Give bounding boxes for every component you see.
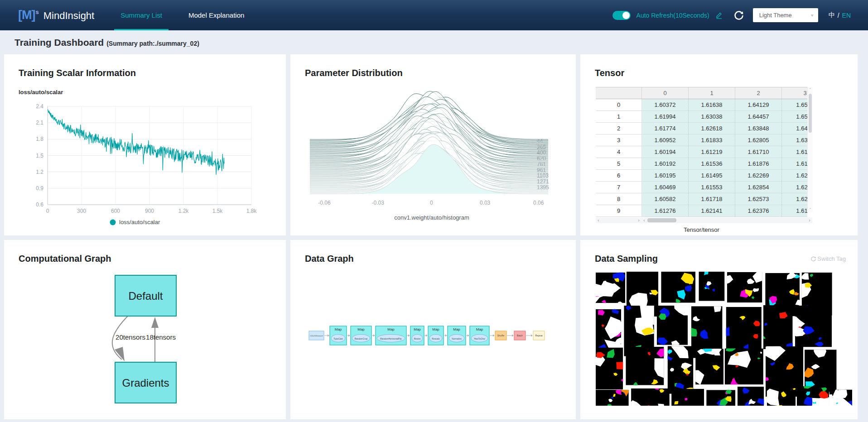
tab-model-explanation[interactable]: Model Explanation: [184, 0, 249, 30]
panel-parameter-distribution: Parameter Distribution 44265400620761961…: [290, 54, 576, 235]
tensor-cell: 1.61536: [689, 158, 735, 170]
svg-text:Map: Map: [414, 327, 421, 331]
svg-text:1.2k: 1.2k: [178, 208, 189, 214]
summary-path: (Summary path:./summary_02): [106, 40, 199, 47]
toggle-knob: [622, 12, 630, 19]
panel-title-tensor: Tensor: [595, 68, 624, 78]
tensor-cell: 1.60192: [642, 158, 689, 170]
dashboard-grid: Training Scalar Information loss/auto/sc…: [0, 54, 868, 419]
tensor-row: 21.617741.626181.638481.6492: [596, 123, 807, 134]
tensor-cell: 1.61276: [642, 205, 689, 217]
rowlabel-hscrollbar[interactable]: ‹›: [596, 217, 641, 223]
sampled-images-grid[interactable]: [596, 272, 852, 406]
theme-select-value: Light Theme: [759, 12, 811, 19]
scroll-left-icon[interactable]: ‹: [596, 218, 601, 223]
svg-text:Rescale: Rescale: [432, 338, 440, 340]
scroll-down-icon[interactable]: ˇ: [810, 207, 811, 212]
tensor-cell: 1.63848: [735, 123, 782, 134]
tensor-row-header: 1: [596, 111, 642, 123]
svg-text:TypeCast: TypeCast: [333, 338, 343, 340]
svg-text:600: 600: [111, 208, 120, 214]
computational-graph-canvas[interactable]: DefaultGradients20tensors18tensors: [4, 267, 276, 417]
svg-text:Normalize: Normalize: [452, 338, 462, 340]
sampled-image-tile: [624, 387, 670, 406]
svg-text:Map: Map: [335, 327, 342, 331]
lang-zh[interactable]: 中: [829, 11, 835, 19]
sampled-image-tile: [738, 387, 767, 406]
tensor-row: 81.605821.617181.625731.6203: [596, 193, 807, 205]
tensor-caption: Tensor/tensor: [596, 226, 807, 233]
theme-select[interactable]: Light Theme ▾: [753, 8, 818, 22]
tensor-table-viewport[interactable]: 012301.603721.616381.641291.656211.61994…: [596, 87, 807, 217]
sampled-image-tile: [725, 345, 763, 390]
horizontal-scroll-thumb[interactable]: [647, 218, 676, 222]
panel-tensor: Tensor 012301.603721.616381.641291.65621…: [580, 54, 858, 235]
refresh-icon[interactable]: [733, 10, 744, 21]
svg-text:HwcToChw: HwcToChw: [474, 338, 486, 340]
tensor-corner-cell: [596, 87, 642, 99]
scroll-left-icon[interactable]: ‹: [641, 218, 647, 223]
tensor-cell: 1.62376: [735, 205, 782, 217]
tab-summary-list[interactable]: Summary List: [116, 0, 167, 30]
tensor-col-header: 1: [689, 87, 735, 99]
svg-text:Map: Map: [387, 327, 395, 331]
panel-data-sampling: Data Sampling Switch Tag: [580, 240, 858, 419]
sampled-image-tile: [596, 272, 626, 306]
tensor-row: 51.601921.615361.618761.6134: [596, 158, 807, 170]
tensor-col-header: 2: [735, 87, 782, 99]
tensor-row-header: 0: [596, 99, 642, 111]
svg-text:1.2: 1.2: [36, 169, 43, 175]
tensor-row: 41.601941.612191.617101.6166: [596, 146, 807, 158]
logo-sup: s: [35, 9, 39, 15]
tensor-table: 012301.603721.616381.641291.656211.61994…: [596, 87, 807, 217]
edit-interval-icon[interactable]: [715, 11, 723, 19]
auto-refresh-toggle[interactable]: [612, 11, 631, 20]
tensor-row-header: 2: [596, 123, 642, 134]
sampled-image-tile: [596, 348, 628, 390]
svg-text:2.1: 2.1: [36, 120, 43, 126]
tensor-row-header: 5: [596, 158, 642, 170]
svg-text:conv1.weight/auto/histogram: conv1.weight/auto/histogram: [394, 214, 469, 221]
svg-text:Map: Map: [476, 327, 483, 331]
mindinsight-logo[interactable]: [M]s MindInsight: [18, 8, 94, 22]
panel-title-scalar: Training Scalar Information: [19, 68, 136, 78]
parameter-histogram-chart[interactable]: 44265400620761961110312711395-0.06-0.030…: [299, 86, 571, 224]
svg-text:300: 300: [77, 208, 86, 214]
loss-scalar-chart[interactable]: 2.42.11.81.51.20.90.603006009001.2k1.5k1…: [12, 100, 275, 231]
tensor-cell: 1.6562: [782, 99, 808, 111]
sampled-image-tile: [661, 272, 695, 303]
tensor-row: 01.603721.616381.641291.6562: [596, 99, 807, 111]
svg-text:20tensors: 20tensors: [116, 333, 145, 341]
panel-computational-graph: Computational Graph DefaultGradients20te…: [4, 240, 286, 419]
svg-text:Batch: Batch: [517, 334, 523, 337]
scroll-up-icon[interactable]: ˆ: [810, 87, 811, 92]
tensor-cell: 1.62269: [735, 170, 782, 182]
scalar-tag-label: loss/auto/scalar: [19, 89, 63, 96]
page-header: Training Dashboard (Summary path:./summa…: [0, 30, 868, 54]
panel-training-scalar: Training Scalar Information loss/auto/sc…: [4, 54, 286, 235]
panel-data-graph: Data Graph Cifar10DatasetMapTypeCastMapR…: [290, 240, 576, 419]
panel-title-comp-graph: Computational Graph: [19, 254, 111, 264]
scroll-right-icon[interactable]: ›: [636, 218, 641, 223]
svg-text:-0.06: -0.06: [318, 200, 331, 206]
page-title: Training Dashboard: [14, 37, 104, 48]
panel-title-histogram: Parameter Distribution: [305, 68, 403, 78]
switch-tag-button[interactable]: Switch Tag: [810, 255, 846, 262]
tensor-row-header: 6: [596, 170, 642, 182]
svg-text:0.6: 0.6: [36, 201, 43, 208]
tensor-cell: 1.61994: [642, 111, 689, 123]
svg-text:-0.03: -0.03: [372, 200, 385, 206]
svg-text:Default: Default: [128, 290, 163, 302]
tensor-cell: 1.64129: [735, 99, 782, 111]
data-graph-canvas[interactable]: Cifar10DatasetMapTypeCastMapRandomCropMa…: [304, 315, 576, 364]
lang-en[interactable]: EN: [842, 12, 851, 19]
tensor-row-header: 9: [596, 205, 642, 217]
lang-separator: /: [838, 12, 839, 19]
svg-text:Cifar10Dataset: Cifar10Dataset: [310, 335, 323, 337]
data-hscrollbar[interactable]: ‹›: [641, 217, 812, 223]
svg-text:0.9: 0.9: [36, 185, 43, 192]
scroll-right-icon[interactable]: ›: [807, 218, 812, 223]
vertical-scroll-thumb[interactable]: [809, 94, 812, 133]
tensor-vertical-scrollbar[interactable]: ˆ ˇ: [807, 87, 813, 212]
svg-text:Map: Map: [357, 327, 365, 331]
